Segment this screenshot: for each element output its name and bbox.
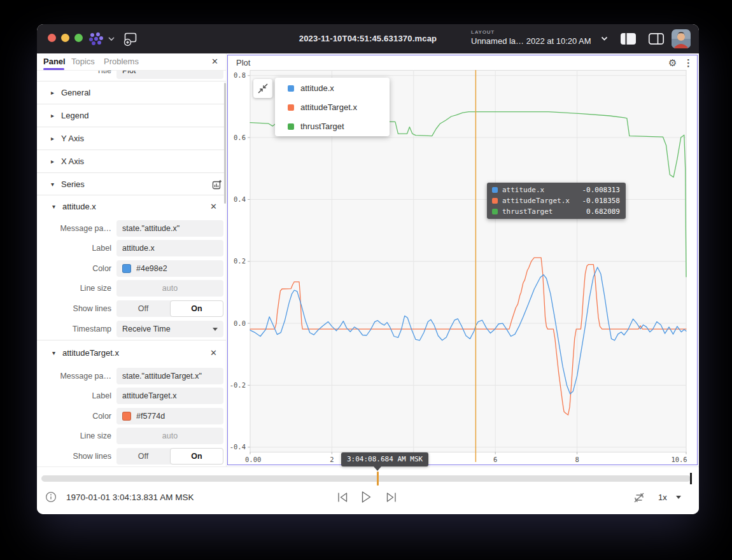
sidebar-close-icon[interactable]: ✕: [211, 53, 218, 70]
collapse-arrows-icon: [253, 79, 272, 98]
color-swatch[interactable]: [122, 412, 131, 421]
series-color-swatch: [288, 85, 294, 92]
legend-item-attitude-target-x[interactable]: attitudeTarget.x: [275, 98, 390, 117]
app-window: 2023-11-10T04:51:45.631370.mcap LAYOUT U…: [37, 24, 699, 514]
legend-collapse-button[interactable]: [253, 79, 272, 98]
series-header-attitude-x[interactable]: ▾ attitude.x ✕: [37, 195, 226, 218]
chevron-down-icon[interactable]: [676, 496, 681, 499]
svg-text:-0.2: -0.2: [230, 381, 246, 389]
active-tab-underline: [43, 68, 64, 70]
color-input[interactable]: #4e98e2: [116, 260, 223, 277]
remove-series-icon[interactable]: ✕: [210, 199, 217, 215]
sidebar-scroll-area[interactable]: Title Plot ▸ General ▸ Legend ▸ Y Axis: [37, 71, 226, 466]
playback-speed-selector[interactable]: 1x: [658, 491, 667, 505]
right-sidebar-toggle-icon[interactable]: [648, 32, 665, 45]
svg-text:6: 6: [493, 456, 497, 463]
add-series-icon[interactable]: [212, 179, 222, 190]
tooltip-row: attitudeTarget.x -0.018358: [487, 195, 626, 206]
layout-chevron-icon[interactable]: [601, 36, 608, 41]
section-legend[interactable]: ▸ Legend: [37, 104, 226, 127]
show-lines-off-button[interactable]: Off: [116, 300, 170, 317]
seek-backward-button[interactable]: [337, 492, 348, 503]
add-panel-icon[interactable]: [122, 31, 138, 46]
field-row-line-size: Line size auto: [37, 428, 226, 444]
color-swatch[interactable]: [122, 264, 131, 273]
timeline-end-marker: [690, 473, 692, 484]
field-row-message-path: Message pa… state."attitude.x": [37, 220, 226, 237]
tab-topics[interactable]: Topics: [71, 53, 95, 70]
caret-right-icon: ▸: [51, 81, 54, 104]
svg-text:8: 8: [575, 456, 579, 463]
timeline-scrubber[interactable]: [41, 475, 691, 482]
app-logo-icon[interactable]: [88, 32, 104, 46]
timeline-playhead[interactable]: [377, 472, 379, 486]
seek-forward-button[interactable]: [386, 492, 397, 503]
svg-text:0.4: 0.4: [234, 195, 246, 203]
series-color-swatch: [492, 209, 498, 214]
section-general[interactable]: ▸ General: [37, 81, 226, 104]
loop-off-icon[interactable]: [633, 491, 645, 504]
section-series[interactable]: ▾ Series: [37, 172, 226, 195]
color-input[interactable]: #f5774d: [116, 408, 223, 424]
show-lines-off-button[interactable]: Off: [116, 448, 170, 465]
field-row-show-lines: Show lines Off On: [37, 448, 226, 465]
svg-text:0.2: 0.2: [234, 257, 246, 265]
field-row-label: Label attitude.x: [37, 240, 226, 256]
window-zoom-button[interactable]: [74, 34, 83, 42]
legend-item-thrust-target[interactable]: thrustTarget: [275, 117, 390, 136]
window-minimize-button[interactable]: [61, 34, 69, 42]
title-field-input[interactable]: Plot: [116, 71, 223, 79]
plot-legend: attitude.x attitudeTarget.x thrustTarget: [275, 78, 390, 136]
caret-right-icon: ▸: [51, 127, 54, 150]
desktop-background: 2023-11-10T04:51:45.631370.mcap LAYOUT U…: [0, 0, 732, 560]
play-button[interactable]: [361, 491, 372, 503]
data-hover-tooltip: attitude.x -0.008313 attitudeTarget.x -0…: [487, 183, 626, 219]
label-input[interactable]: attitudeTarget.x: [116, 388, 223, 404]
data-source-chevron-icon[interactable]: [108, 37, 115, 41]
line-size-input[interactable]: auto: [116, 280, 223, 297]
scrubber-tooltip-arrow: [374, 466, 381, 471]
message-path-input[interactable]: state."attitudeTarget.x": [116, 368, 223, 384]
svg-text:0.00: 0.00: [245, 456, 261, 463]
show-lines-on-button[interactable]: On: [170, 448, 223, 465]
label-input[interactable]: attitude.x: [116, 240, 223, 256]
series-color-swatch: [492, 187, 498, 193]
left-sidebar-toggle-icon[interactable]: [620, 32, 637, 45]
field-row-line-size: Line size auto: [37, 280, 226, 297]
window-close-button[interactable]: [48, 34, 56, 42]
field-row-show-lines: Show lines Off On: [37, 300, 226, 317]
caret-down-icon: ▾: [52, 195, 55, 218]
scrubber-time-tooltip: 3:04:08.684 AM MSK: [341, 452, 428, 466]
field-row-message-path: Message pa… state."attitudeTarget.x": [37, 368, 226, 384]
show-lines-toggle: Off On: [116, 300, 223, 317]
series-color-swatch: [492, 198, 498, 204]
current-timestamp: 1970-01-01 3:04:13.831 AM MSK: [66, 491, 194, 505]
series-color-swatch: [288, 104, 294, 111]
main-content: Panel Topics Problems ✕ Title Plot ▸: [37, 53, 699, 466]
line-size-input[interactable]: auto: [116, 428, 223, 444]
tab-problems[interactable]: Problems: [104, 53, 139, 70]
title-field-row: Title Plot: [37, 71, 226, 79]
sidebar-tabbar: Panel Topics Problems ✕: [37, 53, 226, 71]
series-header-attitude-target-x[interactable]: ▾ attitudeTarget.x ✕: [37, 342, 226, 365]
svg-text:0.6: 0.6: [234, 134, 246, 141]
remove-series-icon[interactable]: ✕: [210, 345, 217, 361]
user-avatar[interactable]: [672, 29, 691, 48]
settings-sidebar: Panel Topics Problems ✕ Title Plot ▸: [37, 53, 227, 466]
tooltip-row: attitude.x -0.008313: [487, 185, 626, 195]
titlebar: 2023-11-10T04:51:45.631370.mcap LAYOUT U…: [37, 24, 699, 53]
section-x-axis[interactable]: ▸ X Axis: [37, 150, 226, 172]
field-row-label: Label attitudeTarget.x: [37, 388, 226, 404]
timestamp-select[interactable]: Receive Time: [116, 321, 223, 337]
section-y-axis[interactable]: ▸ Y Axis: [37, 127, 226, 150]
panel-settings-gear-icon[interactable]: ⚙: [668, 57, 677, 69]
layout-selector[interactable]: Unnamed la… 2022 at 10:20 AM: [471, 36, 591, 46]
legend-item-attitude-x[interactable]: attitude.x: [275, 79, 390, 98]
show-lines-toggle: Off On: [116, 448, 223, 465]
show-lines-on-button[interactable]: On: [170, 300, 223, 317]
message-path-input[interactable]: state."attitude.x": [116, 220, 223, 237]
info-icon[interactable]: [45, 491, 57, 503]
sidebar-scrollbar[interactable]: [224, 83, 226, 204]
field-row-color: Color #f5774d: [37, 408, 226, 424]
panel-menu-kebab-icon[interactable]: ⋮: [684, 57, 693, 69]
